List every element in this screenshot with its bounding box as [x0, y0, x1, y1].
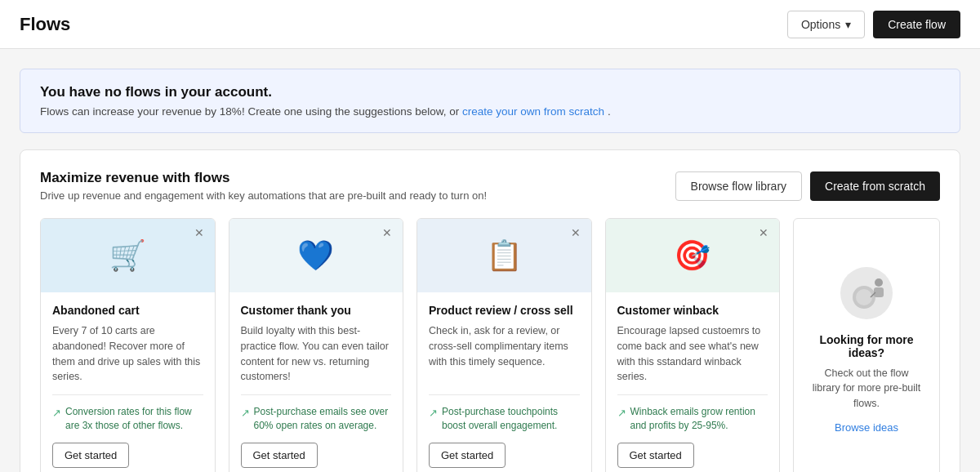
ideas-card-title: Looking for more ideas? [810, 333, 923, 359]
card-body-abandoned-cart: Abandoned cart Every 7 of 10 carts are a… [41, 292, 215, 472]
flows-section-header: Maximize revenue with flows Drive up rev… [40, 170, 940, 202]
card-desc-customer-winback: Encourage lapsed custoemrs to come back … [617, 323, 768, 385]
page-header: Flows Options ▾ Create flow [0, 0, 980, 49]
get-started-product-review-button[interactable]: Get started [429, 443, 506, 468]
card-body-customer-thank-you: Customer thank you Build loyalty with th… [229, 292, 403, 472]
card-title-customer-thank-you: Customer thank you [241, 304, 392, 317]
stat-arrow-icon: ↗ [52, 406, 61, 421]
card-divider [241, 394, 392, 395]
winback-icon: 🎯 [674, 238, 710, 273]
close-abandoned-cart-button[interactable]: ✕ [190, 225, 208, 240]
flows-section-heading: Maximize revenue with flows [40, 170, 487, 186]
heart-icon: 💙 [297, 238, 334, 273]
svg-point-4 [875, 278, 883, 287]
create-scratch-button[interactable]: Create from scratch [810, 171, 940, 201]
browse-library-button[interactable]: Browse flow library [675, 171, 802, 201]
svg-point-2 [856, 289, 872, 305]
card-divider [52, 394, 203, 395]
get-started-abandoned-cart-button[interactable]: Get started [52, 443, 129, 468]
card-title-abandoned-cart: Abandoned cart [52, 304, 203, 317]
flow-card-abandoned-cart: 🛒 ✕ Abandoned cart Every 7 of 10 carts a… [40, 218, 216, 472]
stat-arrow-icon: ↗ [429, 406, 438, 421]
card-body-product-review: Product review / cross sell Check in, as… [417, 292, 591, 472]
cart-icon: 🛒 [109, 238, 146, 273]
flows-section: Maximize revenue with flows Drive up rev… [20, 149, 960, 472]
card-desc-customer-thank-you: Build loyalty with this best-practice fl… [241, 323, 392, 385]
page-title: Flows [20, 14, 70, 35]
ideas-illustration [838, 265, 895, 322]
card-stat-customer-thank-you: ↗ Post-purchase emails see over 60% open… [241, 405, 392, 433]
flows-section-title: Maximize revenue with flows Drive up rev… [40, 170, 487, 202]
stat-arrow-icon: ↗ [241, 406, 250, 421]
get-started-customer-thank-you-button[interactable]: Get started [241, 443, 318, 468]
review-icon: 📋 [486, 238, 523, 273]
main-content: You have no flows in your account. Flows… [0, 49, 980, 472]
card-divider [429, 394, 580, 395]
flow-card-product-review: 📋 ✕ Product review / cross sell Check in… [416, 218, 592, 472]
empty-banner: You have no flows in your account. Flows… [20, 69, 960, 133]
header-actions: Options ▾ Create flow [787, 11, 960, 38]
card-stat-customer-winback: ↗ Winback emails grow rention and profit… [617, 405, 768, 433]
empty-banner-heading: You have no flows in your account. [40, 84, 940, 100]
close-customer-thank-you-button[interactable]: ✕ [378, 225, 396, 240]
close-product-review-button[interactable]: ✕ [567, 225, 585, 240]
card-stat-abandoned-cart: ↗ Conversion rates for this flow are 3x … [52, 405, 203, 433]
card-image-abandoned-cart: 🛒 ✕ [41, 219, 215, 292]
flow-card-customer-winback: 🎯 ✕ Customer winback Encourage lapsed cu… [605, 218, 781, 472]
ideas-card-description: Check out the flow library for more pre-… [810, 366, 923, 412]
card-body-customer-winback: Customer winback Encourage lapsed custoe… [606, 292, 780, 472]
get-started-customer-winback-button[interactable]: Get started [617, 443, 694, 468]
empty-banner-description: Flows can increase your revenue by 18%! … [40, 105, 940, 118]
flow-card-customer-thank-you: 💙 ✕ Customer thank you Build loyalty wit… [229, 218, 404, 472]
card-desc-abandoned-cart: Every 7 of 10 carts are abandoned! Recov… [52, 323, 203, 385]
flows-section-actions: Browse flow library Create from scratch [675, 171, 940, 201]
card-title-customer-winback: Customer winback [617, 304, 768, 317]
create-scratch-link[interactable]: create your own from scratch [462, 105, 604, 118]
card-divider [617, 394, 768, 395]
stat-arrow-icon: ↗ [617, 406, 626, 421]
ideas-card: Looking for more ideas? Check out the fl… [793, 218, 940, 472]
chevron-down-icon: ▾ [845, 18, 851, 31]
flows-section-subtitle: Drive up revenue and engagement with key… [40, 189, 487, 202]
card-image-product-review: 📋 ✕ [417, 219, 591, 292]
card-desc-product-review: Check in, ask for a review, or cross-sel… [429, 323, 580, 385]
browse-ideas-link[interactable]: Browse ideas [835, 421, 898, 434]
options-button[interactable]: Options ▾ [787, 11, 865, 38]
close-customer-winback-button[interactable]: ✕ [755, 225, 773, 240]
create-flow-button[interactable]: Create flow [873, 11, 960, 38]
flow-cards-row: 🛒 ✕ Abandoned cart Every 7 of 10 carts a… [40, 218, 940, 472]
card-stat-product-review: ↗ Post-purchase touchpoints boost overal… [429, 405, 580, 433]
card-title-product-review: Product review / cross sell [429, 304, 580, 317]
card-image-customer-thank-you: 💙 ✕ [229, 219, 403, 292]
card-image-customer-winback: 🎯 ✕ [606, 219, 780, 292]
